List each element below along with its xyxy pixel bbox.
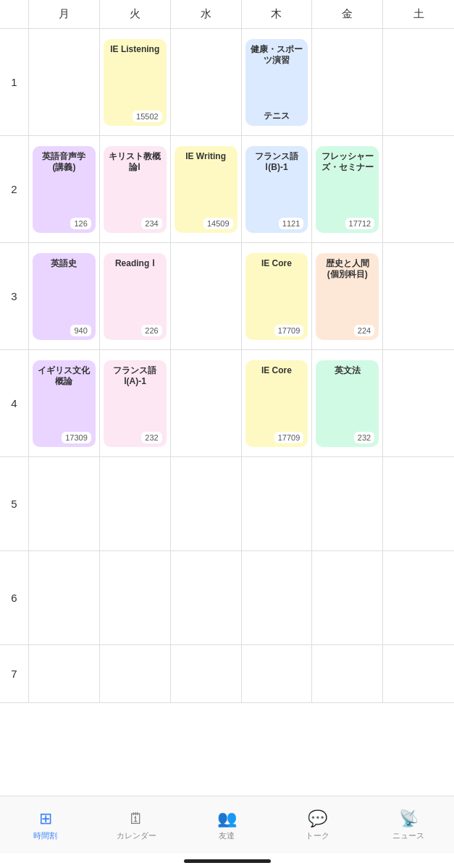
course-name: フレッシャーズ・セミナー	[320, 151, 374, 174]
course-code-wrap: 232	[108, 432, 162, 443]
nav-news[interactable]: 📡 ニュース	[387, 809, 430, 841]
course-code-wrap: 232	[320, 432, 374, 443]
cell-row5-col6	[383, 457, 454, 550]
talk-label: トーク	[306, 830, 329, 841]
course-code: 224	[354, 325, 374, 336]
course-code-wrap: 17712	[320, 218, 374, 229]
course-card[interactable]: 英語音声学(講義)126	[33, 146, 96, 233]
cell-row7-col5	[312, 645, 383, 702]
row-number-6: 6	[0, 551, 29, 644]
course-subname: テニス	[250, 111, 304, 122]
course-code-wrap: 126	[37, 218, 91, 229]
course-code-wrap: 1121	[250, 218, 304, 229]
course-card[interactable]: IE Core17709	[245, 253, 308, 340]
cell-row1-col6	[383, 29, 454, 135]
course-card[interactable]: フランス語Ⅰ(A)-1232	[104, 360, 167, 447]
course-card[interactable]: IE Core17709	[245, 360, 308, 447]
row-number-1: 1	[0, 29, 29, 135]
cell-row2-col4: フランス語Ⅰ(B)-11121	[242, 136, 313, 242]
cell-row2-col2: キリスト教概論Ⅰ234	[100, 136, 171, 242]
course-card[interactable]: キリスト教概論Ⅰ234	[104, 146, 167, 233]
cell-row4-col6	[383, 350, 454, 456]
course-card[interactable]: イギリス文化概論17309	[33, 360, 96, 447]
nav-timetable[interactable]: ⊞ 時間割	[24, 809, 67, 841]
schedule-row-5: 5	[0, 457, 454, 551]
cell-row4-col4: IE Core17709	[242, 350, 313, 456]
course-code-wrap: 17709	[250, 432, 304, 443]
cell-row6-col3	[171, 551, 242, 644]
row-number-2: 2	[0, 136, 29, 242]
nav-talk[interactable]: 💬 トーク	[296, 809, 340, 841]
col-thu: 木	[242, 0, 313, 28]
course-code: 126	[70, 218, 91, 229]
schedule-row-6: 6	[0, 551, 454, 645]
course-card[interactable]: IE Listening15502	[104, 39, 167, 126]
course-code: 234	[141, 218, 161, 229]
cell-row3-col6	[383, 243, 454, 349]
friends-label: 友達	[219, 830, 235, 841]
nav-calendar[interactable]: 🗓 カレンダー	[114, 809, 158, 841]
schedule-row-7: 7	[0, 645, 454, 703]
course-name: フランス語Ⅰ(A)-1	[108, 365, 162, 388]
row-number-5: 5	[0, 457, 29, 550]
course-name: 歴史と人間(個別科目)	[320, 258, 374, 281]
cell-row6-col2	[100, 551, 171, 644]
friends-icon: 👥	[217, 809, 237, 828]
course-code: 232	[141, 432, 161, 443]
cell-row3-col2: Reading Ⅰ226	[100, 243, 171, 349]
course-code: 14509	[203, 218, 233, 229]
course-code: 17309	[62, 432, 91, 443]
schedule-header: 月 火 水 木 金 土	[0, 0, 454, 29]
course-name: キリスト教概論Ⅰ	[108, 151, 162, 174]
cell-row1-col1	[29, 29, 100, 135]
talk-icon: 💬	[308, 809, 327, 828]
course-card[interactable]: IE Writing14509	[175, 146, 237, 233]
course-card[interactable]: 英文法232	[316, 360, 379, 447]
course-card[interactable]: フランス語Ⅰ(B)-11121	[245, 146, 308, 233]
course-name: 英文法	[320, 365, 374, 377]
cell-row3-col1: 英語史940	[29, 243, 100, 349]
course-name: IE Core	[250, 258, 304, 270]
cell-row4-col5: 英文法232	[312, 350, 383, 456]
cell-row6-col5	[312, 551, 383, 644]
course-card[interactable]: Reading Ⅰ226	[104, 253, 167, 340]
cell-row6-col6	[383, 551, 454, 644]
course-code-wrap: 17709	[250, 325, 304, 336]
cell-row2-col5: フレッシャーズ・セミナー17712	[312, 136, 383, 242]
course-code: 232	[354, 432, 374, 443]
cell-row7-col6	[383, 645, 454, 702]
course-name: 健康・スポーツ演習	[250, 44, 304, 67]
row-number-7: 7	[0, 645, 29, 702]
col-mon: 月	[29, 0, 100, 28]
cell-row1-col4: 健康・スポーツ演習テニス	[242, 29, 313, 135]
course-code-wrap: 14509	[179, 218, 233, 229]
course-name: IE Core	[250, 365, 304, 377]
cell-row1-col3	[171, 29, 242, 135]
schedule-row-4: 4イギリス文化概論17309フランス語Ⅰ(A)-1232IE Core17709…	[0, 350, 454, 457]
course-name: 英語史	[37, 258, 91, 270]
nav-friends[interactable]: 👥 友達	[205, 809, 248, 841]
news-icon: 📡	[399, 809, 419, 828]
news-label: ニュース	[392, 830, 424, 841]
cell-row5-col5	[312, 457, 383, 550]
cell-row5-col1	[29, 457, 100, 550]
cell-row4-col3	[171, 350, 242, 456]
course-name: IE Listening	[108, 44, 162, 56]
course-name: Reading Ⅰ	[108, 258, 162, 270]
course-name: 英語音声学(講義)	[37, 151, 91, 174]
course-code-wrap: 17309	[37, 432, 91, 443]
cell-row5-col4	[242, 457, 313, 550]
course-code: 1121	[279, 218, 303, 229]
course-card[interactable]: 歴史と人間(個別科目)224	[316, 253, 379, 340]
course-card[interactable]: 健康・スポーツ演習テニス	[245, 39, 308, 126]
cell-row3-col5: 歴史と人間(個別科目)224	[312, 243, 383, 349]
course-card[interactable]: フレッシャーズ・セミナー17712	[316, 146, 379, 233]
row-number-3: 3	[0, 243, 29, 349]
cell-row2-col3: IE Writing14509	[171, 136, 242, 242]
course-card[interactable]: 英語史940	[33, 253, 96, 340]
bottom-nav: ⊞ 時間割 🗓 カレンダー 👥 友達 💬 トーク 📡 ニュース	[0, 796, 454, 854]
cell-row5-col3	[171, 457, 242, 550]
course-code-wrap: 234	[108, 218, 162, 229]
cell-row7-col4	[242, 645, 313, 702]
schedule-row-1: 1IE Listening15502健康・スポーツ演習テニス	[0, 29, 454, 136]
